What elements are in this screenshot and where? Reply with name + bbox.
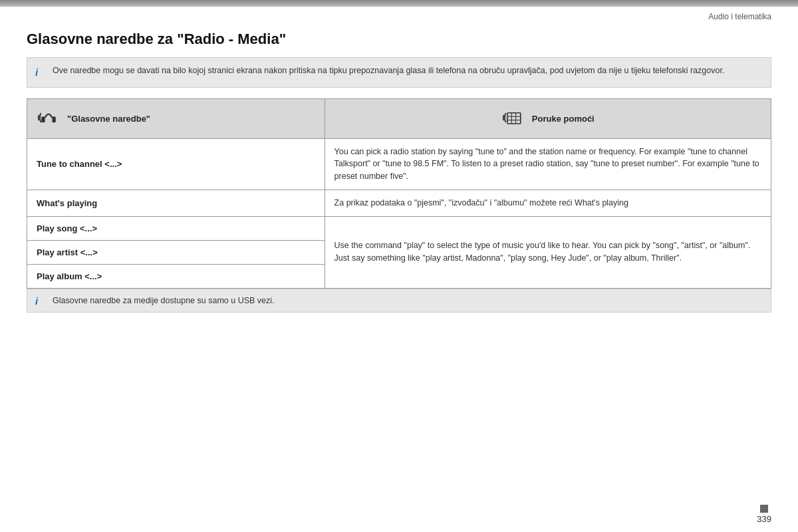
top-bar xyxy=(0,0,798,7)
voice-commands-icon xyxy=(37,106,61,132)
command-whats-playing: What's playing xyxy=(27,190,325,216)
svg-rect-2 xyxy=(507,112,521,123)
table-header-row: "Glasovne naredbe" xyxy=(27,98,771,138)
help-whats-playing: Za prikaz podataka o "pjesmi", "izvođaču… xyxy=(325,190,771,216)
command-play-artist: Play artist <...> xyxy=(27,240,325,264)
bottom-info-box: i Glasovne naredbe za medije dostupne su… xyxy=(27,289,771,313)
command-play-song: Play song <...> xyxy=(27,216,325,240)
command-tune-to-channel: Tune to channel <...> xyxy=(27,138,325,190)
svg-rect-1 xyxy=(52,116,55,122)
table-row: Play song <...> Use the command "play" t… xyxy=(27,216,771,240)
commands-table: "Glasovne naredbe" xyxy=(27,98,771,289)
table-header-right-label: Poruke pomoći xyxy=(532,114,595,124)
page-number: 339 xyxy=(757,514,771,524)
table-row: Tune to channel <...> You can pick a rad… xyxy=(27,138,771,190)
help-tune-to-channel: You can pick a radio station by saying "… xyxy=(325,138,771,190)
page-title: Glasovne naredbe za "Radio - Media" xyxy=(27,31,771,48)
table-header-left: "Glasovne naredbe" xyxy=(27,98,325,138)
page-number-area: 339 xyxy=(757,505,771,524)
section-header: Audio i telematika xyxy=(0,7,798,24)
bottom-info-text: Glasovne naredbe za medije dostupne su s… xyxy=(53,296,275,305)
table-row: What's playing Za prikaz podataka o "pje… xyxy=(27,190,771,216)
table-header-right: Poruke pomoći xyxy=(325,98,771,138)
bottom-info-icon: i xyxy=(35,295,46,307)
command-play-album: Play album <...> xyxy=(27,264,325,288)
main-content: Glasovne naredbe za "Radio - Media" i Ov… xyxy=(0,24,798,319)
table-header-left-label: "Glasovne naredbe" xyxy=(67,114,150,124)
info-box-text: Ove naredbe mogu se davati na bilo kojoj… xyxy=(53,65,724,77)
page-square-icon xyxy=(760,505,768,513)
section-title: Audio i telematika xyxy=(708,12,771,21)
top-info-box: i Ove naredbe mogu se davati na bilo koj… xyxy=(27,57,771,88)
help-play-group: Use the command "play" to select the typ… xyxy=(325,216,771,288)
info-icon: i xyxy=(35,65,46,80)
display-icon xyxy=(501,106,525,132)
